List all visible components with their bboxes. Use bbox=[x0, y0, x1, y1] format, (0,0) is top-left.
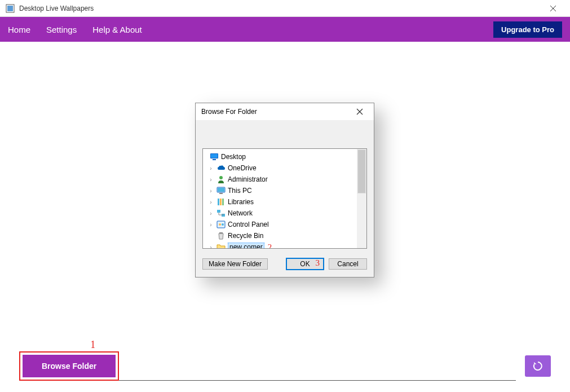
tree-item-onedrive[interactable]: › OneDrive bbox=[205, 162, 366, 174]
svg-rect-7 bbox=[211, 154, 218, 158]
folder-tree[interactable]: Desktop › OneDrive › Administrator › bbox=[202, 148, 367, 249]
svg-rect-12 bbox=[219, 193, 223, 194]
scrollbar-thumb[interactable] bbox=[357, 149, 366, 193]
svg-rect-8 bbox=[213, 159, 216, 160]
svg-rect-13 bbox=[218, 199, 219, 205]
expander-icon[interactable]: › bbox=[207, 199, 214, 205]
app-icon bbox=[6, 4, 15, 13]
annotation-2: 2 bbox=[268, 243, 272, 249]
nav-settings[interactable]: Settings bbox=[46, 25, 77, 34]
make-new-folder-button[interactable]: Make New Folder bbox=[202, 258, 268, 270]
expander-icon[interactable]: › bbox=[207, 177, 214, 183]
svg-point-23 bbox=[222, 223, 224, 226]
tree-label: Control Panel bbox=[228, 221, 269, 228]
svg-rect-24 bbox=[219, 232, 223, 234]
annotation-3: 3 bbox=[316, 258, 320, 268]
nav-bar: Home Settings Help & About Upgrade to Pr… bbox=[0, 17, 570, 42]
expander-icon[interactable]: › bbox=[207, 165, 214, 171]
main-content: Browse For Folder Desktop › OneDrive bbox=[0, 42, 570, 392]
svg-rect-1 bbox=[7, 6, 13, 11]
dialog-title-bar: Browse For Folder bbox=[196, 103, 374, 120]
network-icon bbox=[216, 209, 226, 218]
ok-label: OK bbox=[300, 260, 310, 268]
libraries-icon bbox=[216, 197, 226, 206]
folder-tree-list: Desktop › OneDrive › Administrator › bbox=[203, 149, 366, 249]
svg-rect-11 bbox=[218, 188, 224, 192]
ok-button[interactable]: OK 3 bbox=[286, 258, 324, 270]
tree-item-thispc[interactable]: › This PC bbox=[205, 185, 366, 196]
title-bar: Desktop Live Wallpapers bbox=[0, 0, 570, 17]
tree-item-recyclebin[interactable]: Recycle Bin bbox=[205, 230, 366, 241]
dialog-button-row: Make New Folder OK 3 Cancel bbox=[202, 258, 367, 270]
desktop-icon bbox=[210, 152, 219, 161]
tree-label: Libraries bbox=[228, 198, 254, 206]
expander-icon[interactable]: › bbox=[207, 210, 214, 217]
bottom-row: 1 Browse Folder bbox=[0, 351, 570, 381]
tree-item-desktop[interactable]: Desktop bbox=[205, 151, 366, 162]
nav-home[interactable]: Home bbox=[8, 25, 30, 34]
annotation-1: 1 bbox=[90, 339, 95, 351]
tree-label: Network bbox=[228, 209, 253, 217]
nav-help-about[interactable]: Help & About bbox=[92, 25, 142, 34]
refresh-button[interactable] bbox=[525, 355, 551, 377]
dialog-title: Browse For Folder bbox=[201, 108, 257, 116]
expander-icon[interactable]: › bbox=[207, 188, 214, 194]
path-underline bbox=[119, 380, 516, 381]
tree-item-network[interactable]: › Network bbox=[205, 208, 366, 219]
user-icon bbox=[216, 175, 226, 184]
dialog-close-button[interactable] bbox=[351, 103, 368, 120]
tree-item-administrator[interactable]: › Administrator bbox=[205, 174, 366, 185]
tree-label: This PC bbox=[228, 187, 252, 195]
window-close-button[interactable] bbox=[542, 0, 564, 17]
browse-folder-button[interactable]: Browse Folder bbox=[23, 355, 116, 377]
tree-item-newcomer[interactable]: › new comer 2 bbox=[205, 241, 366, 249]
tree-item-libraries[interactable]: › Libraries bbox=[205, 196, 366, 208]
expander-icon[interactable]: › bbox=[207, 222, 214, 228]
folder-icon bbox=[216, 243, 226, 249]
tree-label: OneDrive bbox=[228, 164, 257, 172]
tree-label: Administrator bbox=[228, 175, 268, 183]
dialog-body: Desktop › OneDrive › Administrator › bbox=[196, 120, 374, 277]
browse-folder-dialog: Browse For Folder Desktop › OneDrive bbox=[195, 103, 374, 278]
cancel-button[interactable]: Cancel bbox=[329, 258, 367, 270]
svg-rect-15 bbox=[222, 199, 224, 205]
tree-label: Desktop bbox=[221, 153, 246, 161]
expander-icon[interactable]: › bbox=[207, 244, 214, 249]
thispc-icon bbox=[216, 186, 226, 195]
svg-point-22 bbox=[219, 223, 221, 226]
tree-label: Recycle Bin bbox=[228, 232, 263, 240]
svg-rect-16 bbox=[217, 210, 220, 213]
svg-point-9 bbox=[219, 176, 223, 179]
browse-folder-highlight: 1 Browse Folder bbox=[19, 351, 119, 381]
control-panel-icon bbox=[216, 220, 226, 229]
close-icon bbox=[356, 108, 363, 115]
refresh-icon bbox=[532, 360, 544, 372]
onedrive-icon bbox=[216, 164, 226, 173]
tree-label-selected: new comer bbox=[228, 243, 264, 249]
tree-item-controlpanel[interactable]: › Control Panel bbox=[205, 219, 366, 230]
close-icon bbox=[550, 5, 556, 12]
recycle-bin-icon bbox=[216, 231, 226, 240]
scrollbar[interactable] bbox=[357, 149, 366, 248]
upgrade-button[interactable]: Upgrade to Pro bbox=[493, 21, 562, 38]
app-title: Desktop Live Wallpapers bbox=[19, 5, 94, 12]
svg-rect-14 bbox=[220, 199, 222, 205]
